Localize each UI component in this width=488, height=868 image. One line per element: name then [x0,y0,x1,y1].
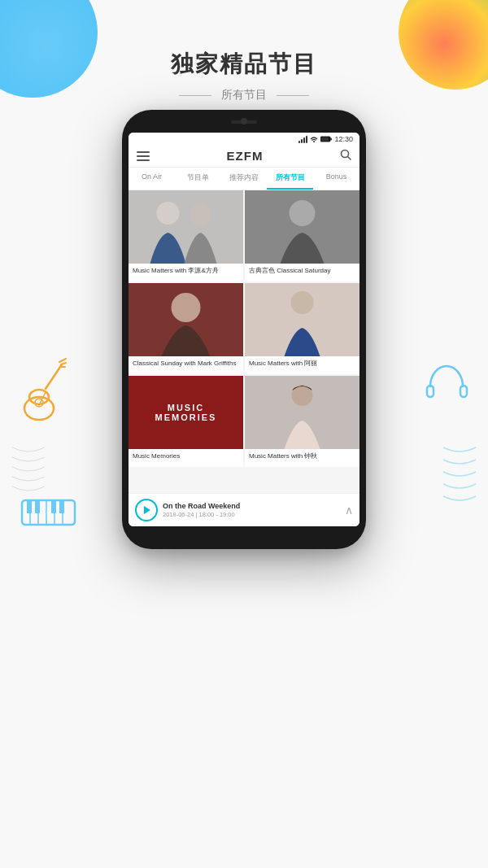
programs-grid: Music Matters with 李源&方舟 古典言色 [129,190,359,493]
grid-row-3: MUSIC MEMORIES Music Memories [129,376,359,467]
program-card-music-matters-1[interactable]: Music Matters with 李源&方舟 [129,190,243,281]
headphone-decoration [420,358,473,411]
program-title-music-matters-zh: Music Matters with 钟秋 [245,449,359,467]
svg-line-4 [61,363,66,364]
play-icon [144,506,150,514]
program-title-music-memories: Music Memories [129,449,243,467]
guitar-decoration [15,350,72,423]
svg-rect-17 [35,500,40,513]
svg-rect-23 [330,138,332,141]
program-card-music-matters-zh[interactable]: Music Matters with 钟秋 [245,376,359,467]
phone-screen: 12:30 EZFM On Air 节目单 推荐内容 [129,133,359,526]
phone-mockup: 12:30 EZFM On Air 节目单 推荐内容 [122,110,366,549]
svg-point-27 [157,202,180,225]
menu-icon[interactable] [137,151,150,161]
program-card-music-matters-ali[interactable]: Music Matters with 阿丽 [245,283,359,374]
svg-rect-19 [59,500,64,513]
svg-rect-22 [321,137,329,141]
program-card-classical-sunday[interactable]: Classical Sunday with Mark Griffiths [129,283,243,374]
program-title-music-matters-ali: Music Matters with 阿丽 [245,356,359,374]
svg-point-28 [190,204,211,225]
play-button[interactable] [135,499,158,521]
subtitle-text: 所有节目 [221,88,267,103]
tab-playlist[interactable]: 节目单 [175,168,221,190]
battery-icon [320,136,332,142]
tab-recommended[interactable]: 推荐内容 [221,168,268,190]
tab-all-programs[interactable]: 所有节目 [267,168,313,190]
app-name: EZFM [150,149,340,163]
tab-on-air[interactable]: On Air [129,168,175,190]
svg-point-34 [291,291,314,314]
program-card-music-memories[interactable]: MUSIC MEMORIES Music Memories [129,376,243,467]
player-info: On the Road Weekend 2018-06-24 | 18:00 -… [163,502,340,518]
grid-row-2: Classical Sunday with Mark Griffiths [129,283,359,374]
svg-rect-16 [27,500,32,513]
music-lines-decoration-right [439,431,480,532]
svg-rect-9 [460,386,467,397]
tab-bonus[interactable]: Bonus [313,168,359,190]
search-button[interactable] [340,149,351,163]
svg-point-0 [24,397,54,420]
status-bar: 12:30 [129,133,359,145]
program-title-music-matters-1: Music Matters with 李源&方舟 [129,264,243,281]
status-time: 12:30 [334,135,353,143]
svg-point-32 [172,293,201,322]
phone-camera [241,118,247,124]
wifi-icon [310,136,318,142]
svg-line-3 [59,359,66,362]
app-top-bar: EZFM [129,145,359,168]
player-bar: On the Road Weekend 2018-06-24 | 18:00 -… [129,493,359,526]
page-subtitle: 所有节目 [0,88,488,103]
svg-line-25 [348,157,351,160]
svg-line-2 [46,364,62,389]
svg-point-20 [313,141,315,142]
chevron-up-icon[interactable]: ∧ [345,504,353,517]
svg-point-30 [290,200,316,226]
player-meta: 2018-06-24 | 18:00 - 19:00 [163,511,340,518]
phone-body: 12:30 EZFM On Air 节目单 推荐内容 [122,110,366,549]
player-title: On the Road Weekend [163,502,340,510]
svg-rect-26 [129,190,243,264]
grid-row-1: Music Matters with 李源&方舟 古典言色 [129,190,359,281]
tab-bar: On Air 节目单 推荐内容 所有节目 Bonus [129,168,359,190]
program-title-classical-sunday: Classical Sunday with Mark Griffiths [129,356,243,374]
piano-decoration [18,488,75,529]
svg-rect-18 [51,500,56,513]
signal-icon [298,136,307,143]
program-title-classical-saturday: 古典言色 Classical Saturday [245,264,359,281]
program-card-classical-saturday[interactable]: 古典言色 Classical Saturday [245,190,359,281]
